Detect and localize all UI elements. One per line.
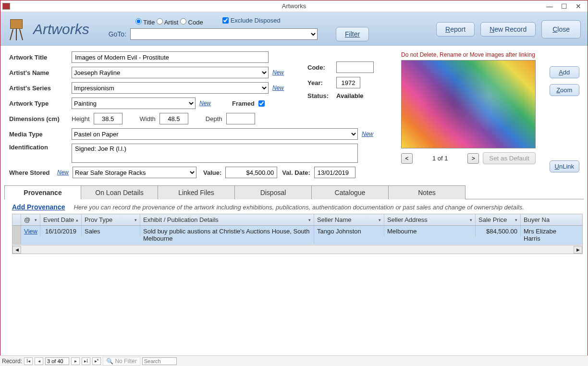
width-input[interactable] <box>159 113 188 124</box>
label-code: Code: <box>307 64 332 71</box>
nav-next-button[interactable]: ▸ <box>71 357 80 365</box>
grid-hscroll[interactable]: ◀ ▶ <box>12 245 582 254</box>
radio-code[interactable]: Code <box>180 19 203 26</box>
new-media-link[interactable]: New <box>362 131 373 137</box>
label-type: Artwork Type <box>9 100 72 107</box>
where-stored-combo[interactable]: Rear Safe Storage Racks <box>73 167 196 178</box>
provenance-description: Here you can record the provenance of th… <box>74 204 524 211</box>
goto-combo[interactable] <box>130 28 318 40</box>
record-label: Record: <box>2 358 22 365</box>
label-valdate: Val. Date: <box>282 169 310 176</box>
code-input[interactable] <box>336 61 374 73</box>
label-identification: Identification <box>9 144 72 151</box>
tab-disposal[interactable]: Disposal <box>235 185 312 199</box>
minimize-button[interactable]: — <box>542 2 557 10</box>
nav-prev-button[interactable]: ◂ <box>35 357 43 365</box>
title-bar: Artworks — ☐ ✕ <box>0 0 588 12</box>
column-type[interactable]: Prov Type▾ <box>82 214 140 225</box>
provenance-grid: @▾ Event Date▴ Prov Type▾ Exhibit / Publ… <box>12 214 583 254</box>
image-warning: Do not Delete, Rename or Move images aft… <box>401 51 581 58</box>
zoom-image-button[interactable]: Zoom <box>550 84 579 96</box>
depth-input[interactable] <box>226 113 255 124</box>
new-location-link[interactable]: New <box>57 169 69 176</box>
column-buyer[interactable]: Buyer Na <box>521 214 560 225</box>
column-date[interactable]: Event Date▴ <box>40 214 82 225</box>
maximize-button[interactable]: ☐ <box>557 2 571 10</box>
new-record-button[interactable]: New Record <box>480 22 536 37</box>
year-input[interactable] <box>336 77 360 88</box>
view-link[interactable]: View <box>24 228 37 235</box>
status-value: Available <box>336 92 364 99</box>
scroll-left-icon[interactable]: ◀ <box>12 246 21 254</box>
goto-label: GoTo: <box>109 30 126 38</box>
nav-new-button[interactable]: ▸* <box>92 357 101 365</box>
series-combo[interactable]: Impressionism <box>72 82 269 94</box>
status-bar: Record: I◂ ◂ ▸ ▸I ▸* 🔍 No Filter <box>0 355 588 366</box>
label-where-stored: Where Stored <box>9 169 57 176</box>
tab-notes[interactable]: Notes <box>389 185 466 199</box>
no-filter-indicator: 🔍 No Filter <box>103 357 140 366</box>
label-value: Value: <box>203 169 221 176</box>
column-details[interactable]: Exhibit / Publication Details▾ <box>140 214 314 225</box>
label-year: Year: <box>307 79 332 86</box>
height-input[interactable] <box>94 113 122 124</box>
label-height: Height <box>72 115 90 122</box>
search-by-radios: Title Artist Code <box>135 18 203 26</box>
report-button[interactable]: Report <box>436 22 475 37</box>
new-artist-link[interactable]: New <box>272 69 284 76</box>
record-number-input[interactable] <box>45 357 69 365</box>
column-seller[interactable]: Seller Name▾ <box>314 214 384 225</box>
record-search-input[interactable] <box>142 357 177 365</box>
label-artist: Artist's Name <box>9 69 72 76</box>
close-form-button[interactable]: Close <box>541 20 581 38</box>
add-provenance-link[interactable]: Add Provenance <box>12 203 65 211</box>
column-at[interactable]: @▾ <box>21 214 40 225</box>
table-row[interactable]: View16/10/2019SalesSold buy public austi… <box>12 226 582 245</box>
label-title: Artwork Title <box>9 54 72 61</box>
radio-artist[interactable]: Artist <box>157 19 179 26</box>
column-addr[interactable]: Seller Address▾ <box>384 214 476 225</box>
app-icon <box>2 3 10 10</box>
easel-icon <box>7 17 26 41</box>
label-dimensions: Dimensions (cm) <box>9 115 72 122</box>
tabs-row: Provenance On Loan Details Linked Files … <box>4 185 584 199</box>
identification-input[interactable]: Signed: Joe R (l.l.) <box>72 144 358 163</box>
label-media: Media Type <box>9 131 72 138</box>
label-series: Artist's Series <box>9 85 72 92</box>
tab-linkedfiles[interactable]: Linked Files <box>158 185 235 199</box>
framed-checkbox[interactable] <box>258 100 265 107</box>
set-default-button[interactable]: Set as Default <box>483 152 536 164</box>
label-width: Width <box>140 115 156 122</box>
add-image-button[interactable]: Add <box>550 66 579 78</box>
new-series-link[interactable]: New <box>272 85 284 91</box>
label-depth: Depth <box>206 115 222 122</box>
column-price[interactable]: Sale Price▾ <box>476 214 521 225</box>
radio-title[interactable]: Title <box>135 19 155 26</box>
page-title: Artworks <box>33 21 89 37</box>
tab-provenance[interactable]: Provenance <box>4 185 81 199</box>
nav-first-button[interactable]: I◂ <box>24 357 33 365</box>
nav-last-button[interactable]: ▸I <box>82 357 90 365</box>
window-title: Artworks <box>282 2 306 10</box>
unlink-image-button[interactable]: UnLink <box>550 160 579 172</box>
value-input[interactable] <box>225 167 277 178</box>
valdate-input[interactable] <box>314 167 355 178</box>
column-selector[interactable] <box>12 214 21 225</box>
tab-onloan[interactable]: On Loan Details <box>81 185 158 199</box>
label-status: Status: <box>307 92 332 99</box>
label-framed: Framed <box>232 100 255 107</box>
artist-combo[interactable]: Joeseph Rayline <box>72 67 269 78</box>
filter-button[interactable]: Filter <box>336 27 369 41</box>
new-type-link[interactable]: New <box>199 100 211 107</box>
image-prev-button[interactable]: < <box>401 153 413 164</box>
image-pager-label: 1 of 1 <box>416 155 464 162</box>
header-band: Artworks Title Artist Code Exclude Dispo… <box>0 12 588 46</box>
media-combo[interactable]: Pastel on Paper <box>72 128 358 140</box>
close-window-button[interactable]: ✕ <box>571 2 586 10</box>
image-next-button[interactable]: > <box>467 153 479 164</box>
type-combo[interactable]: Painting <box>72 98 196 109</box>
exclude-disposed-checkbox[interactable]: Exclude Disposed <box>222 17 281 24</box>
artwork-title-input[interactable] <box>72 51 269 63</box>
scroll-right-icon[interactable]: ▶ <box>574 246 582 254</box>
tab-catalogue[interactable]: Catalogue <box>312 185 389 199</box>
